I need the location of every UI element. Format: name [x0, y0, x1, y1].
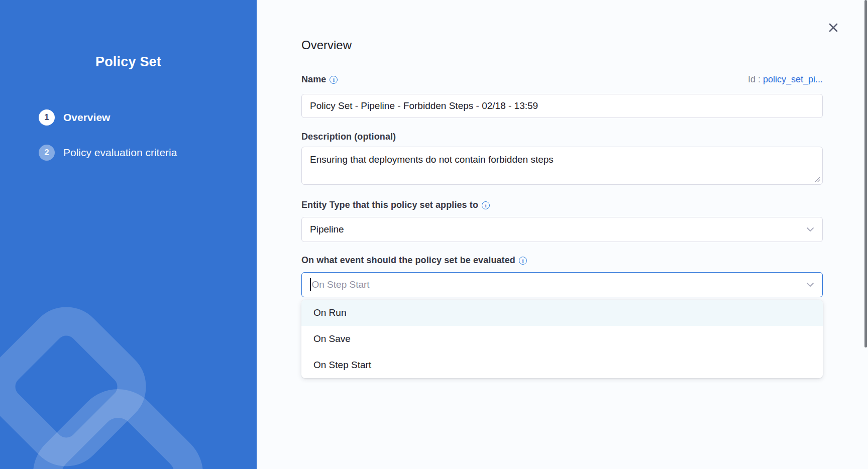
page-title: Overview — [301, 38, 352, 52]
name-label-row: Name i Id : policy_set_pi... — [301, 74, 823, 85]
description-textarea[interactable]: Ensuring that deployments do not contain… — [301, 147, 823, 185]
step-number-badge: 2 — [39, 145, 55, 161]
policy-set-modal: Policy Set 1 Overview 2 Policy evaluatio… — [0, 0, 868, 469]
dropdown-option-on-run[interactable]: On Run — [301, 300, 823, 326]
event-select[interactable]: On Step Start — [301, 272, 823, 297]
event-label-row: On what event should the policy set be e… — [301, 255, 823, 266]
resize-handle-icon[interactable] — [814, 176, 821, 183]
dialog-title: Policy Set — [0, 54, 257, 70]
close-icon[interactable] — [826, 20, 841, 35]
event-options-menu: On Run On Save On Step Start — [301, 300, 823, 378]
stepper-sidebar: Policy Set 1 Overview 2 Policy evaluatio… — [0, 0, 257, 469]
id-prefix-label: Id : — [748, 74, 761, 84]
event-label: On what event should the policy set be e… — [301, 255, 515, 266]
step-overview[interactable]: 1 Overview — [39, 109, 177, 126]
event-placeholder: On Step Start — [312, 279, 370, 290]
chevron-down-icon — [806, 227, 814, 232]
entity-type-value: Pipeline — [310, 224, 344, 235]
info-icon[interactable]: i — [519, 257, 527, 265]
name-input[interactable] — [301, 94, 823, 118]
policy-set-id-link[interactable]: policy_set_pi... — [763, 74, 823, 84]
step-label: Overview — [63, 111, 110, 124]
step-policy-evaluation-criteria[interactable]: 2 Policy evaluation criteria — [39, 145, 177, 161]
entity-type-select[interactable]: Pipeline — [301, 217, 823, 242]
step-label: Policy evaluation criteria — [63, 147, 177, 159]
step-number-badge: 1 — [39, 109, 55, 126]
scrollbar-thumb[interactable] — [864, 0, 867, 347]
info-icon[interactable]: i — [330, 76, 338, 84]
description-label: Description (optional) — [301, 132, 396, 142]
chevron-down-icon — [806, 282, 814, 287]
text-caret — [310, 278, 311, 291]
stepper: 1 Overview 2 Policy evaluation criteria — [39, 109, 177, 180]
name-label: Name — [301, 74, 326, 85]
dropdown-option-on-step-start[interactable]: On Step Start — [301, 352, 823, 378]
info-icon[interactable]: i — [482, 201, 490, 209]
entity-type-label: Entity Type that this policy set applies… — [301, 200, 478, 210]
dropdown-option-on-save[interactable]: On Save — [301, 326, 823, 352]
policy-set-logo-watermark — [0, 0, 257, 469]
entity-type-label-row: Entity Type that this policy set applies… — [301, 200, 823, 210]
policy-set-id: Id : policy_set_pi... — [748, 74, 823, 85]
overview-step-panel: Overview Name i Id : policy_set_pi... De… — [257, 0, 868, 469]
description-label-row: Description (optional) — [301, 132, 823, 142]
